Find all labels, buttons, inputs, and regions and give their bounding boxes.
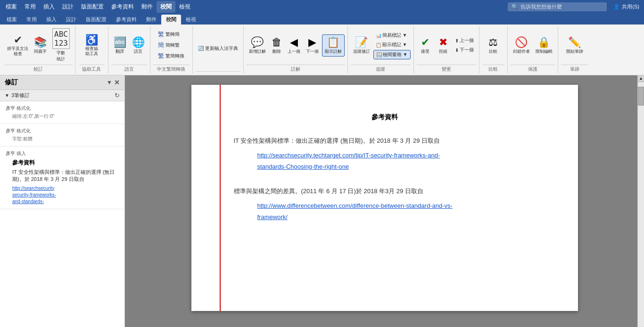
revision-subheader: ▼ 3筆修訂 ↻ (0, 90, 124, 101)
menu-item-file[interactable]: 檔案 (2, 1, 21, 13)
prev-change-button[interactable]: ⬆ 上一個 (453, 36, 476, 45)
track-changes-label: 追蹤修訂 (353, 49, 370, 55)
accessibility-checker-button[interactable]: ♿ 檢查協助工具 (83, 33, 100, 58)
track-change-line (220, 85, 221, 311)
accept-button[interactable]: ✔ 接受 (417, 35, 434, 56)
thesaurus-label: 同義字 (34, 49, 47, 55)
revision-panel-dropdown-icon[interactable]: ▼ (107, 79, 112, 86)
accept-label: 接受 (421, 49, 429, 55)
menu-item-review[interactable]: 校閱 (157, 1, 175, 13)
next-change-icon: ⬇ (455, 48, 459, 53)
doc-link-2[interactable]: http://www.differencebetween.com/differe… (257, 200, 536, 222)
ribbon-group-ime-label (196, 71, 240, 73)
translate-icon: 🔤 (114, 36, 126, 49)
user-icon: 👤 (613, 4, 620, 10)
search-placeholder: 告訴我您想做什麼 (520, 3, 562, 10)
spell-check-button[interactable]: ✔ 拼字及文法檢查 (5, 33, 31, 58)
thesaurus-button[interactable]: 📚 同義字 (32, 35, 49, 56)
tab-layout[interactable]: 版面配置 (81, 15, 111, 25)
revision-list: 彥亨 格式化 縮排:左:0",第一行:0" 彥亨 格式化 字型:粗體 彥亨 插入… (0, 101, 124, 327)
ribbon-group-chinese-label: 中文繁簡轉換 (153, 65, 190, 73)
menu-item-layout[interactable]: 版面配置 (77, 1, 107, 13)
revision-item-link-3[interactable]: http://searchsecuritysecurity-frameworks… (12, 185, 119, 205)
translate-button[interactable]: 🔤 翻譯 (111, 35, 129, 56)
scrollbar-thumb[interactable] (638, 87, 644, 106)
show-markup-button[interactable]: 📋 顯示標記 ▼ (373, 41, 411, 49)
ribbon-group-tracking: 📝 追蹤修訂 📊 簡易標記 ▼ 📋 顯示標記 ▼ 🪟 檢閱窗格 ▼ (348, 26, 414, 74)
doc-area: ▲ ▼ 參考資料 IT 安全性架構與標準：做出正確的選擇 (無日期)。於 201… (125, 75, 644, 327)
word-count-button[interactable]: ABC123 字數統計 (50, 27, 72, 64)
restrict-editing-button[interactable]: 🔒 限制編輯 (533, 35, 555, 56)
start-ink-button[interactable]: ✏️ 開始筆跡 (564, 35, 586, 56)
doc-link-1[interactable]: http://searchsecurity.techtarget.com/tip… (257, 150, 536, 172)
menu-item-home[interactable]: 常用 (21, 1, 40, 13)
search-icon: 🔍 (512, 4, 518, 10)
right-scrollbar[interactable]: ▲ ▼ (637, 75, 644, 327)
delete-comment-button[interactable]: 🗑 刪除 (269, 35, 284, 56)
update-ime-button[interactable]: 🔄 更新輸入法字典 (196, 44, 240, 53)
tab-insert[interactable]: 插入 (41, 15, 61, 25)
language-button[interactable]: 🌐 語言 (130, 35, 147, 56)
new-comment-button[interactable]: 💬 新增註解 (247, 35, 268, 56)
simp-to-trad-button[interactable]: 簡簡轉繁 (156, 40, 187, 50)
prev-comment-button[interactable]: ◀ 上一個 (285, 35, 303, 56)
scroll-up-button[interactable]: ▲ (638, 75, 644, 82)
tab-view[interactable]: 檢視 (181, 15, 201, 25)
scrollbar-track[interactable] (638, 82, 644, 327)
review-pane-icon: 🪟 (376, 52, 382, 57)
menu-item-insert[interactable]: 插入 (40, 1, 58, 13)
main-area: 修訂 ▼ ✕ ▼ 3筆修訂 ↻ 彥亨 格式化 縮排:左:0",第一行:0" 彥亨… (0, 75, 644, 327)
tab-file[interactable]: 檔案 (2, 15, 22, 25)
show-comments-button[interactable]: 📋 顯示註解 (322, 34, 345, 57)
tab-home[interactable]: 常用 (22, 15, 41, 25)
compare-button[interactable]: ⚖ 比較 (486, 35, 500, 56)
search-box[interactable]: 🔍 告訴我您想做什麼 (508, 2, 607, 11)
reject-button[interactable]: ✖ 拒絕 (435, 35, 452, 56)
list-item: 彥亨 插入 參考資料 IT 安全性架構與標準：做出正確的選擇 (無日期)。於 2… (0, 147, 124, 209)
next-comment-icon: ▶ (308, 36, 316, 49)
revision-item-detail-1: 縮排:左:0",第一行:0" (12, 113, 119, 120)
menu-item-mail[interactable]: 郵件 (138, 1, 157, 13)
menu-item-view[interactable]: 檢視 (175, 1, 194, 13)
tab-design[interactable]: 設計 (61, 15, 81, 25)
accessibility-label: 檢查協助工具 (85, 46, 98, 57)
revision-item-type-3: 彥亨 插入 (6, 150, 119, 157)
start-ink-label: 開始筆跡 (566, 49, 583, 55)
simple-markup-button[interactable]: 📊 簡易標記 ▼ (373, 31, 411, 40)
block-authors-button[interactable]: 🚫 封鎖作者 (511, 35, 532, 56)
share-button[interactable]: 👤 共用(S) (611, 2, 642, 11)
ribbon: 檔案 常用 插入 設計 版面配置 參考資料 郵件 校閱 檢視 ✔ 拼字及文法檢查… (0, 13, 644, 75)
doc-page: 參考資料 IT 安全性架構與標準：做出正確的選擇 (無日期)。於 2018 年 … (191, 85, 578, 311)
revision-panel-close-icon[interactable]: ✕ (114, 79, 120, 86)
accessibility-icon: ♿ (85, 34, 98, 46)
ribbon-group-ime: 🔄 更新輸入法字典 (193, 26, 244, 74)
spell-check-label: 拼字及文法檢查 (7, 46, 28, 57)
tab-mail[interactable]: 郵件 (141, 15, 161, 25)
menu-item-design[interactable]: 設計 (58, 1, 77, 13)
ribbon-group-compare-label: 比較 (482, 65, 504, 73)
ribbon-group-accessibility: ♿ 檢查協助工具 協助工具 (75, 26, 108, 74)
revision-item-content-3: IT 安全性架構與標準：做出正確的選擇 (無日期)。於 2018 年 3 月 2… (12, 169, 119, 183)
refresh-icon[interactable]: ↻ (115, 92, 120, 99)
ribbon-group-protect: 🚫 封鎖作者 🔒 限制編輯 保護 (508, 26, 558, 74)
block-authors-label: 封鎖作者 (513, 49, 530, 55)
menu-item-references[interactable]: 參考資料 (107, 1, 138, 13)
tab-references[interactable]: 參考資料 (111, 15, 141, 25)
track-changes-button[interactable]: 📝 追蹤修訂 (351, 35, 372, 56)
next-comment-button[interactable]: ▶ 下一個 (304, 35, 321, 56)
title-bar: 檔案 常用 插入 設計 版面配置 參考資料 郵件 校閱 檢視 🔍 告訴我您想做什… (0, 0, 644, 75)
trad-simp-convert-button[interactable]: 繁繁簡轉換 (156, 51, 187, 61)
ribbon-group-ink: ✏️ 開始筆跡 筆跡 (558, 26, 591, 74)
doc-link-2-anchor[interactable]: http://www.differencebetween.com/differe… (257, 202, 453, 221)
prev-change-icon: ⬆ (455, 38, 459, 43)
next-change-button[interactable]: ⬇ 下一個 (453, 46, 476, 54)
new-comment-label: 新增註解 (249, 49, 266, 55)
trad-to-simp-button[interactable]: 繁繁轉簡 (156, 29, 187, 40)
revision-item-detail-2: 字型:粗體 (12, 136, 119, 142)
doc-link-1-anchor[interactable]: http://searchsecurity.techtarget.com/tip… (257, 152, 440, 170)
next-comment-label: 下一個 (306, 49, 319, 55)
tab-review[interactable]: 校閱 (161, 15, 181, 25)
ribbon-content: ✔ 拼字及文法檢查 📚 同義字 ABC123 字數統計 校訂 (0, 25, 644, 75)
review-pane-button[interactable]: 🪟 檢閱窗格 ▼ (373, 50, 411, 59)
ribbon-group-protect-label: 保護 (511, 65, 555, 73)
